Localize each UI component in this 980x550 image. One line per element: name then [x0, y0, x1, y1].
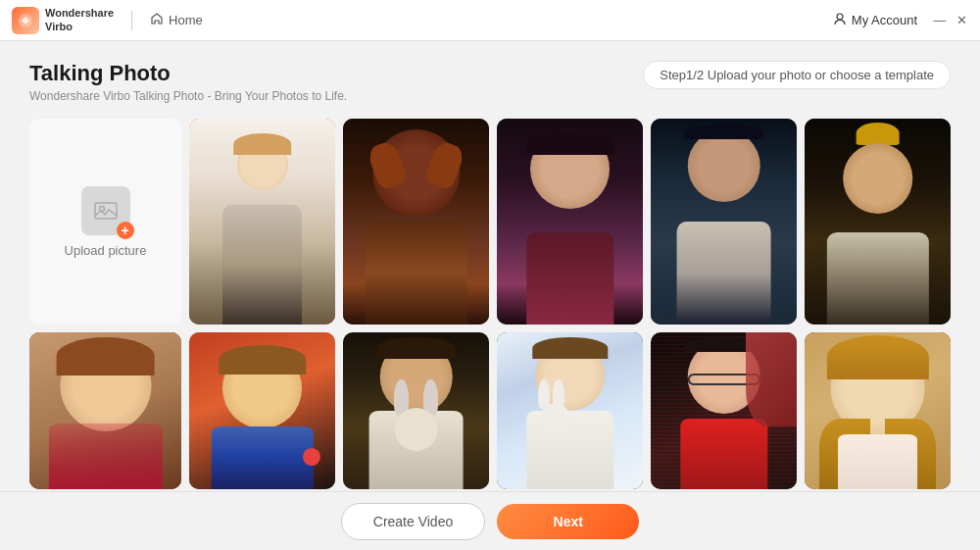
page-title: Talking Photo: [29, 61, 347, 86]
home-label: Home: [169, 13, 203, 27]
account-icon: [833, 12, 847, 28]
photo-grid: + Upload picture: [29, 119, 951, 489]
close-button[interactable]: ✕: [955, 14, 968, 27]
bottom-bar: Create Video Next: [0, 491, 980, 550]
photo-card-7[interactable]: [189, 332, 335, 489]
photo-card-2[interactable]: [343, 119, 489, 325]
title-bar: Wondershare Virbo Home My Account: [0, 0, 980, 41]
home-link[interactable]: Home: [150, 12, 203, 28]
home-icon: [150, 12, 164, 28]
page-subtitle: Wondershare Virbo Talking Photo - Bring …: [29, 89, 347, 103]
photo-card-5[interactable]: [805, 119, 951, 325]
window-controls: — ✕: [933, 14, 968, 27]
app-logo: Wondershare Virbo: [12, 7, 114, 34]
page-title-section: Talking Photo Wondershare Virbo Talking …: [29, 61, 347, 103]
upload-icon-wrap: +: [81, 186, 130, 235]
photo-card-3[interactable]: [497, 119, 643, 325]
title-bar-right: My Account — ✕: [833, 12, 968, 28]
photo-card-10[interactable]: [651, 332, 797, 489]
title-bar-left: Wondershare Virbo Home: [12, 7, 203, 34]
photo-card-11[interactable]: [805, 332, 951, 489]
upload-plus-icon: +: [117, 222, 134, 239]
my-account-link[interactable]: My Account: [833, 12, 917, 28]
minimize-button[interactable]: —: [933, 14, 947, 27]
main-content: Talking Photo Wondershare Virbo Talking …: [0, 41, 980, 491]
photo-card-1[interactable]: [189, 119, 335, 325]
photo-card-9[interactable]: [497, 332, 643, 489]
photo-card-4[interactable]: [651, 119, 797, 325]
app-name: Wondershare Virbo: [45, 7, 114, 32]
svg-rect-2: [95, 203, 117, 219]
step-indicator: Step1/2 Upload your photo or choose a te…: [643, 61, 951, 89]
svg-point-1: [837, 14, 843, 20]
upload-label: Upload picture: [65, 243, 147, 258]
next-button[interactable]: Next: [497, 504, 639, 539]
page-header: Talking Photo Wondershare Virbo Talking …: [29, 61, 951, 103]
create-video-button[interactable]: Create Video: [341, 503, 485, 540]
photo-card-6[interactable]: [29, 332, 181, 489]
account-label: My Account: [852, 13, 917, 27]
upload-area[interactable]: + Upload picture: [29, 119, 181, 325]
app-logo-icon: [12, 7, 39, 34]
photo-card-8[interactable]: [343, 332, 489, 489]
title-divider: [131, 11, 132, 30]
